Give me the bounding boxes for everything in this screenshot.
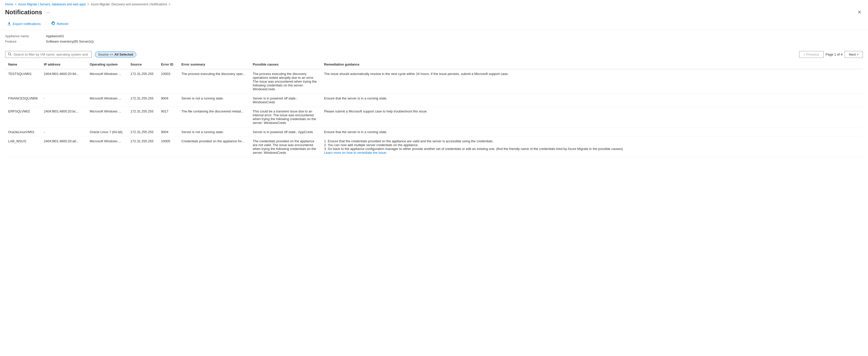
breadcrumb-servers[interactable]: Azure Migrate | Servers, databases and w… [18,3,86,6]
cell-causes: Server is in powered off state.: Windows… [250,94,321,107]
page-header: Notifications ··· ✕ [0,8,868,18]
table-row: ERPSQLVM022404:f801:4800:20:bc...Microso… [5,107,863,127]
table-row: LAB_WSUS2404:f801:4800:20:a0...Microsoft… [5,137,863,157]
cell-os: Microsoft Windows ... [87,69,127,94]
refresh-icon [51,22,55,26]
cell-source: 172.31.255.255 [127,107,158,127]
table-row: TESTSQLVM012404:f801:4800:20:94...Micros… [5,69,863,94]
appliance-name-label: Appliance name [5,34,46,38]
export-notifications-button[interactable]: Export notifications [5,21,43,27]
cell-causes: Server is in powered off state.: AppCred… [250,127,321,137]
col-header-causes: Possible causes [250,60,321,69]
cell-remediation: 1. Ensure that the credentials provided … [321,137,863,157]
toolbar-separator [46,22,46,27]
cell-errorsummary: Server is not a running state. [178,127,250,137]
appliance-name-value: Appliance01 [46,34,64,38]
cell-causes: The process executing the discovery oper… [250,69,321,94]
cell-errorid: 10005 [158,137,178,157]
table-container: Name IP address Operating system Source … [0,60,868,157]
cell-remediation: Ensure that the server is in a running s… [321,94,863,107]
cell-ip: 2404:f801:4800:20:a0... [41,137,87,157]
cell-name: ERPSQLVM02 [5,107,41,127]
cell-source: 172.31.255.255 [127,127,158,137]
source-badge[interactable]: Source == All Selected [95,52,136,57]
table-row: OracleLinuxVM01-Oracle Linux 7 (64-bit)1… [5,127,863,137]
source-prefix: Source == [98,53,113,56]
cell-causes: This could be a transient issue due to a… [250,107,321,127]
cell-errorsummary: The process executing the discovery oper… [178,69,250,94]
refresh-label: Refresh [57,22,68,26]
cell-remediation: The issue should automatically resolve i… [321,69,863,94]
more-options-button[interactable]: ··· [44,9,52,16]
cell-os: Microsoft Windows ... [87,94,127,107]
cell-errorsummary: The file containing the discovered metad… [178,107,250,127]
col-header-name: Name [5,60,41,69]
download-icon [7,22,11,26]
toolbar: Export notifications Refresh [0,18,868,30]
cell-errorid: 9017 [158,107,178,127]
cell-ip: 2404:f801:4800:20:bc... [41,107,87,127]
search-input[interactable] [13,53,89,56]
cell-name: LAB_WSUS [5,137,41,157]
cell-remediation: Please submit a Microsoft support case t… [321,107,863,127]
cell-source: 172.31.255.255 [127,94,158,107]
cell-name: FINANCESQLVM06 [5,94,41,107]
cell-errorid: 9004 [158,127,178,137]
cell-causes: The credentials provided on the applianc… [250,137,321,157]
feature-value: Software inventory(65 Server(s)) [46,39,94,43]
feature-label: Feature [5,39,46,43]
source-filter: Source == All Selected [95,52,136,57]
col-header-source: Source [127,60,158,69]
page-title: Notifications [5,9,42,16]
appliance-name-row: Appliance name Appliance01 [5,34,863,38]
next-button[interactable]: Next > [844,51,863,58]
col-header-errorsummary: Error summary [178,60,250,69]
cell-errorid: 9004 [158,94,178,107]
previous-button[interactable]: < Previous [799,51,824,58]
export-label: Export notifications [13,22,41,26]
meta-section: Appliance name Appliance01 Feature Softw… [0,30,868,49]
cell-ip: 2404:f801:4800:20:94... [41,69,87,94]
learn-more-link[interactable]: Learn more on how to remediate the issue… [324,151,387,154]
col-header-errorid: Error ID [158,60,178,69]
pagination: < Previous Page 1 of 4 Next > [799,51,863,58]
cell-source: 172.31.255.255 [127,69,158,94]
source-value: All Selected [114,53,133,56]
table-row: FINANCESQLVM06-Microsoft Windows ...172.… [5,94,863,107]
search-icon [8,52,11,57]
cell-errorsummary: Server is not a running state. [178,94,250,107]
refresh-button[interactable]: Refresh [49,21,70,27]
breadcrumb-home[interactable]: Home [5,3,13,6]
cell-os: Oracle Linux 7 (64-bit) [87,127,127,137]
col-header-os: Operating system [87,60,127,69]
cell-ip: - [41,94,87,107]
breadcrumb: Home > Azure Migrate | Servers, database… [0,0,868,8]
cell-name: TESTSQLVM01 [5,69,41,94]
svg-point-0 [8,53,11,55]
col-header-remediation: Remediation guidance [321,60,863,69]
filter-row: Source == All Selected < Previous Page 1… [0,49,868,60]
page-info: Page 1 of 4 [826,53,843,56]
cell-remediation: Ensure that the server is in a running s… [321,127,863,137]
breadcrumb-current: Azure Migrate: Discovery and assessment … [91,3,167,6]
close-button[interactable]: ✕ [856,9,863,16]
cell-errorid: 10003 [158,69,178,94]
cell-source: 172.31.255.255 [127,137,158,157]
cell-os: Microsoft Windows ... [87,137,127,157]
cell-os: Microsoft Windows ... [87,107,127,127]
table-body: TESTSQLVM012404:f801:4800:20:94...Micros… [5,69,863,157]
notifications-table: Name IP address Operating system Source … [5,60,863,157]
cell-errorsummary: Credentials provided on the appliance fo… [178,137,250,157]
search-box[interactable] [5,51,92,58]
feature-row: Feature Software inventory(65 Server(s)) [5,39,863,43]
col-header-ip: IP address [41,60,87,69]
cell-ip: - [41,127,87,137]
cell-name: OracleLinuxVM01 [5,127,41,137]
table-header: Name IP address Operating system Source … [5,60,863,69]
